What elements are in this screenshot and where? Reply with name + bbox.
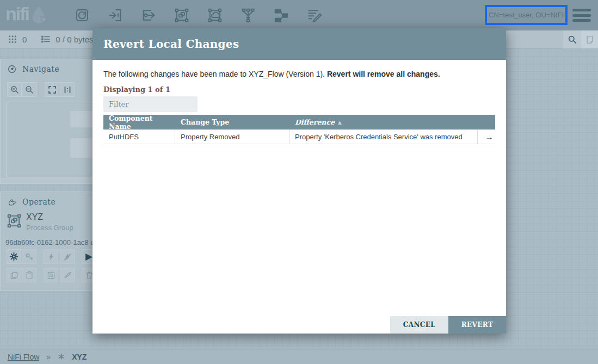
locally-modified-asterisk-icon	[58, 353, 65, 360]
queued-count-value: 0 / 0 bytes	[56, 35, 93, 44]
configuration-button[interactable]	[7, 249, 21, 264]
color-button[interactable]	[60, 268, 75, 282]
dialog-buttons: CANCEL REVERT	[390, 316, 506, 334]
process-group-icon[interactable]	[172, 6, 191, 24]
zoom-in-button[interactable]	[7, 82, 22, 97]
processor-icon[interactable]	[73, 6, 91, 24]
column-header-change-type[interactable]: Change Type	[175, 118, 289, 126]
dialog-header: Revert Local Changes	[93, 28, 506, 60]
actual-size-icon	[63, 85, 72, 95]
label-icon[interactable]	[305, 6, 324, 24]
play-icon: ▶	[85, 252, 93, 261]
paste-button[interactable]	[22, 268, 36, 282]
selected-component-name: XYZ	[26, 212, 43, 222]
dialog-body: The following changes have been made to …	[93, 60, 506, 334]
paste-icon	[24, 270, 34, 280]
queued-list-icon	[41, 34, 51, 44]
table-row: PutHDFS Property Removed Property 'Kerbe…	[103, 129, 495, 144]
selected-component-type: Process Group	[26, 224, 73, 232]
lightning-icon	[47, 252, 56, 261]
enable-button[interactable]	[44, 249, 58, 264]
dialog-title: Revert Local Changes	[103, 38, 239, 51]
active-thread-count-value: 0	[22, 35, 27, 44]
access-policies-button[interactable]	[22, 249, 36, 264]
cell-component-name: PutHDFS	[103, 129, 175, 144]
zoom-in-icon	[10, 85, 20, 95]
breadcrumb-separator: »	[46, 353, 51, 361]
cell-change-type: Property Removed	[175, 129, 289, 144]
go-to-component-button[interactable]: →	[478, 129, 495, 144]
sort-ascending-icon: ▲	[338, 120, 342, 125]
revert-button[interactable]: REVERT	[448, 316, 506, 334]
displaying-count: Displaying 1 of 1	[103, 85, 495, 94]
remote-process-group-icon[interactable]	[206, 6, 224, 24]
cancel-button[interactable]: CANCEL	[390, 316, 448, 334]
output-port-icon[interactable]	[139, 6, 158, 24]
funnel-icon[interactable]	[239, 6, 257, 24]
component-toolbar	[73, 6, 324, 24]
revert-local-changes-dialog: Revert Local Changes The following chang…	[93, 28, 506, 334]
dialog-message-prefix: The following changes have been made to …	[103, 70, 327, 78]
cell-difference: Property 'Kerberos Credentials Service' …	[289, 129, 478, 144]
fit-view-icon	[47, 85, 57, 95]
breadcrumb-current: XYZ	[72, 353, 87, 361]
dialog-message-emphasis: Revert will remove all changes.	[327, 70, 440, 78]
zoom-out-icon	[24, 85, 34, 95]
global-menu-button[interactable]	[572, 9, 591, 24]
bulletin-board-button[interactable]	[581, 30, 598, 48]
threads-grid-icon	[8, 34, 17, 44]
template-icon[interactable]	[272, 6, 291, 24]
active-thread-count: 0	[8, 34, 27, 44]
column-header-difference[interactable]: Difference ▲	[289, 118, 478, 126]
nifi-app: nifi	[0, 0, 598, 364]
nifi-logo-text: nifi	[5, 3, 29, 24]
brush-icon	[63, 270, 72, 280]
copy-icon	[9, 270, 19, 280]
current-user-label: CN=test_user, OU=NIFI	[489, 11, 564, 19]
selected-process-group-icon	[6, 213, 22, 229]
zoom-fit-button[interactable]	[45, 82, 59, 97]
operate-title: Operate	[22, 198, 56, 206]
navigate-title: Navigate	[22, 65, 59, 73]
dialog-message: The following changes have been made to …	[103, 70, 495, 78]
gear-icon	[9, 251, 19, 262]
nifi-logo: nifi	[5, 3, 48, 24]
queued-count: 0 / 0 bytes	[41, 34, 93, 44]
local-changes-table: Component Name Change Type Difference ▲ …	[103, 115, 495, 144]
breadcrumb: NiFi Flow » XYZ	[0, 349, 598, 364]
search-button[interactable]	[563, 30, 581, 48]
document-icon	[585, 35, 595, 45]
group-icon	[46, 270, 56, 280]
compass-icon	[7, 64, 17, 74]
copy-button[interactable]	[7, 268, 21, 282]
column-header-component-name[interactable]: Component Name	[103, 114, 175, 131]
breadcrumb-root-link[interactable]: NiFi Flow	[8, 353, 39, 361]
filter-input[interactable]	[103, 96, 198, 112]
search-icon	[567, 34, 577, 45]
current-user-annotation: CN=test_user, OU=NIFI	[485, 5, 568, 25]
column-header-difference-label: Difference	[295, 118, 335, 126]
zoom-actual-size-button[interactable]	[60, 82, 75, 97]
input-port-icon[interactable]	[106, 6, 125, 24]
go-to-arrow-icon: →	[485, 132, 494, 141]
nifi-droplet-icon	[29, 4, 48, 24]
status-bar-actions	[563, 30, 598, 48]
table-header-row: Component Name Change Type Difference ▲	[103, 115, 495, 129]
hand-icon	[7, 197, 17, 207]
zoom-out-button[interactable]	[22, 82, 36, 97]
disable-button[interactable]	[60, 249, 75, 264]
key-icon	[24, 252, 34, 262]
group-button[interactable]	[44, 268, 58, 282]
